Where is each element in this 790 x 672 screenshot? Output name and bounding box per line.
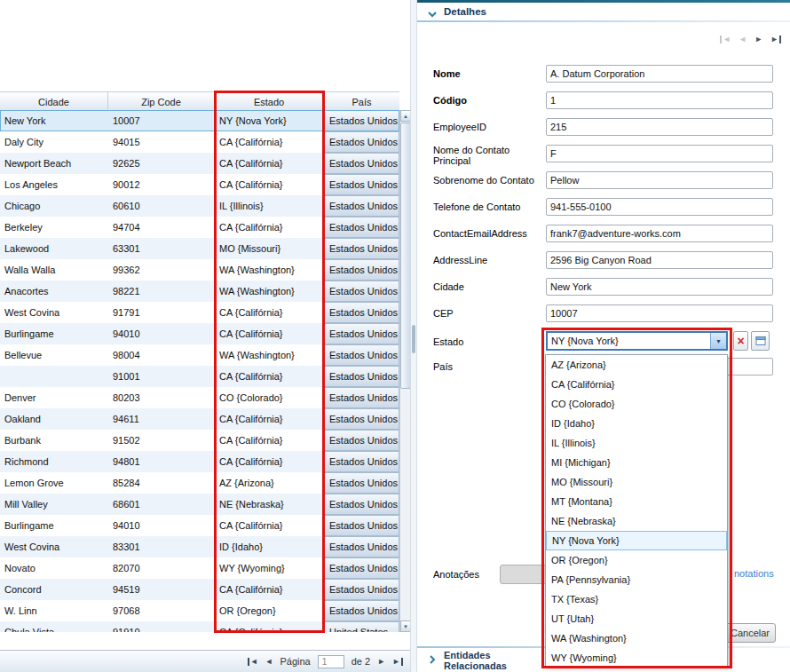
table-row[interactable]: Concord94519CA {Califórnia}Estados Unido… [0,579,399,600]
table-cell[interactable]: 94801 [108,451,215,472]
dropdown-option[interactable]: ID {Idaho} [546,414,727,433]
annotations-link[interactable]: notations [734,568,774,579]
field-input[interactable]: 1 [546,91,773,109]
clear-value-button[interactable]: × [733,331,748,351]
table-cell[interactable]: Estados Unidos [324,323,399,344]
table-cell[interactable]: West Covina [0,302,108,323]
dropdown-option[interactable]: CA {Califórnia} [546,375,727,394]
table-row[interactable]: Newport Beach92625CA {Califórnia}Estados… [0,153,399,174]
table-cell[interactable]: CA {Califórnia} [215,323,324,344]
table-cell[interactable]: Estados Unidos [324,408,399,430]
table-cell[interactable]: Estados Unidos [324,131,399,153]
table-cell[interactable]: 97068 [108,600,215,621]
table-row[interactable]: Los Angeles90012CA {Califórnia}Estados U… [0,174,399,195]
table-row[interactable]: Bellevue98004WA {Washington}Estados Unid… [0,344,399,366]
table-cell[interactable]: 60610 [108,195,215,217]
table-cell[interactable]: Estados Unidos [324,515,399,536]
field-input[interactable]: 215 [546,118,773,136]
dropdown-option[interactable]: TX {Texas} [546,589,727,609]
dropdown-option[interactable]: UT {Utah} [546,609,727,629]
table-cell[interactable]: 94010 [108,515,215,536]
table-cell[interactable]: IL {Illinois} [215,195,324,217]
table-cell[interactable]: Estados Unidos [324,579,399,600]
dropdown-option[interactable]: MO {Missouri} [546,472,727,492]
table-cell[interactable]: Estados Unidos [324,366,399,387]
table-cell[interactable]: Estados Unidos [324,472,399,494]
column-header-2[interactable]: Estado [215,92,324,111]
table-cell[interactable]: Daly City [0,131,108,153]
table-row[interactable]: West Covina91791CA {Califórnia}Estados U… [0,302,399,323]
table-row[interactable]: Lemon Grove85284AZ {Arizona}Estados Unid… [0,472,399,494]
table-cell[interactable]: Estados Unidos [324,557,399,579]
table-cell[interactable]: Newport Beach [0,153,108,174]
next-page-button[interactable]: ► [377,657,385,666]
table-row[interactable]: Denver80203CO {Colorado}Estados Unidos [0,387,399,408]
table-row[interactable]: Burlingame94010CA {Califórnia}Estados Un… [0,515,399,536]
table-cell[interactable]: CA {Califórnia} [215,217,324,238]
dropdown-option[interactable]: MT {Montana} [546,492,727,511]
table-cell[interactable]: CA {Califórnia} [215,621,324,632]
table-cell[interactable]: Novato [0,557,108,579]
table-cell[interactable]: CA {Califórnia} [215,366,324,387]
table-cell[interactable]: WY {Wyoming} [215,557,324,579]
table-cell[interactable]: Concord [0,579,108,600]
table-row[interactable]: Oakland94611CA {Califórnia}Estados Unido… [0,408,399,430]
table-cell[interactable]: Estados Unidos [324,110,399,131]
dropdown-option[interactable]: IL {Illinois} [546,433,727,453]
table-cell[interactable]: Estados Unidos [324,387,399,408]
combo-dropdown-icon[interactable]: ▼ [710,333,726,349]
open-editor-button[interactable] [751,331,770,351]
table-cell[interactable]: Mill Valley [0,494,108,515]
table-cell[interactable]: Estados Unidos [324,281,399,302]
table-cell[interactable]: CO {Colorado} [215,387,324,408]
table-cell[interactable]: Oakland [0,408,108,430]
table-row[interactable]: West Covina83301ID {Idaho}Estados Unidos [0,536,399,557]
prev-record-button[interactable]: ◄ [739,35,747,43]
table-cell[interactable]: 94519 [108,579,215,600]
table-cell[interactable]: 83301 [108,536,215,557]
table-cell[interactable]: Estados Unidos [324,238,399,259]
field-input[interactable]: 10007 [546,304,773,322]
first-page-button[interactable]: ◄ [248,657,258,666]
table-cell[interactable]: Estados Unidos [324,536,399,557]
table-cell[interactable]: West Covina [0,536,108,557]
field-input[interactable]: F [546,145,773,162]
table-cell[interactable] [0,366,108,387]
next-record-button[interactable]: ► [754,35,762,43]
dropdown-option[interactable]: WY {Wyoming} [546,648,727,668]
table-cell[interactable]: 82070 [108,557,215,579]
table-cell[interactable]: CA {Califórnia} [215,451,324,472]
table-cell[interactable]: Walla Walla [0,259,108,281]
table-cell[interactable]: 92625 [108,153,215,174]
table-cell[interactable]: Chicago [0,195,108,217]
table-row[interactable]: Chicago60610IL {Illinois}Estados Unidos [0,195,399,217]
table-row[interactable]: Mill Valley68601NE {Nebraska}Estados Uni… [0,494,399,515]
table-cell[interactable]: Estados Unidos [324,217,399,238]
table-cell[interactable]: United States [324,621,399,632]
last-page-button[interactable]: ► [392,657,403,666]
table-cell[interactable]: AZ {Arizona} [215,472,324,494]
table-row[interactable]: Novato82070WY {Wyoming}Estados Unidos [0,557,399,579]
field-input[interactable]: 941-555-0100 [546,198,773,216]
table-row[interactable]: New York10007NY {Nova York}Estados Unido… [0,110,399,131]
table-cell[interactable]: CA {Califórnia} [215,131,324,153]
table-row[interactable]: Daly City94015CA {Califórnia}Estados Uni… [0,131,399,153]
table-cell[interactable]: WA {Washington} [215,259,324,281]
table-cell[interactable]: Burlingame [0,323,108,344]
table-cell[interactable]: 94010 [108,323,215,344]
table-cell[interactable]: ID {Idaho} [215,536,324,557]
field-input[interactable]: 2596 Big Canyon Road [546,251,773,269]
table-cell[interactable]: Estados Unidos [324,302,399,323]
table-cell[interactable]: CA {Califórnia} [215,579,324,600]
prev-page-button[interactable]: ◄ [265,657,273,666]
table-cell[interactable]: Estados Unidos [324,195,399,217]
table-cell[interactable]: Burbank [0,430,108,451]
table-cell[interactable]: Richmond [0,451,108,472]
table-cell[interactable]: Denver [0,387,108,408]
table-cell[interactable]: Estados Unidos [324,174,399,195]
table-cell[interactable]: CA {Califórnia} [215,153,324,174]
first-record-button[interactable]: ◄ [720,35,731,43]
dropdown-option[interactable]: PA {Pennsylvania} [546,570,727,589]
table-cell[interactable]: 80203 [108,387,215,408]
table-cell[interactable]: 91001 [108,366,215,387]
